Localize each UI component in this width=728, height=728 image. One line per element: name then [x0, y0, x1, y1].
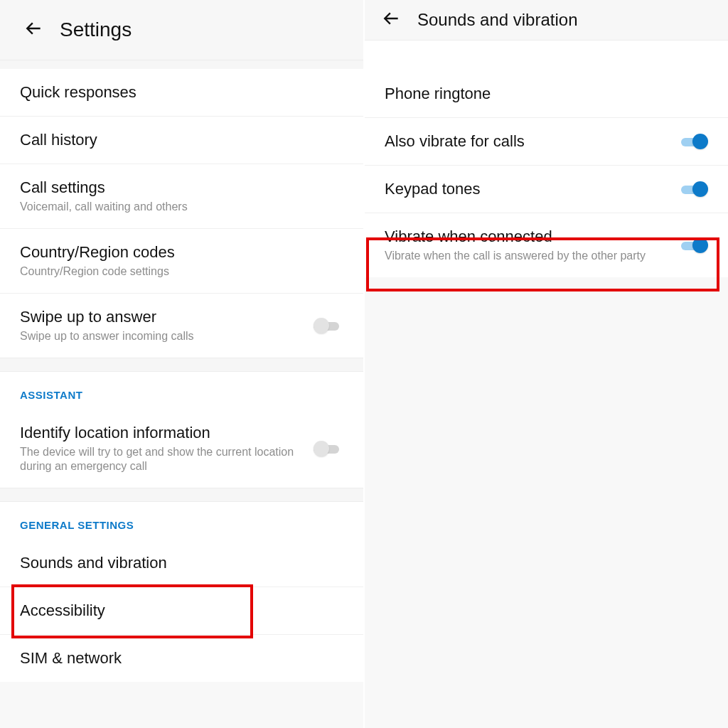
row-keypad-tones[interactable]: Keypad tones: [365, 166, 728, 213]
row-subtext: Swipe up to answer incoming calls: [20, 329, 314, 343]
settings-screen: Settings Quick responses Call history Ca…: [0, 0, 363, 728]
row-subtext: Country/Region code settings: [20, 264, 343, 279]
row-identify-location[interactable]: Identify location information The device…: [0, 410, 363, 488]
page-title: Sounds and vibration: [417, 10, 578, 30]
row-subtext: The device will try to get and show the …: [20, 445, 314, 473]
back-button[interactable]: [382, 10, 402, 30]
toggle-identify-location[interactable]: [314, 441, 343, 456]
row-sounds-vibration[interactable]: Sounds and vibration: [0, 540, 363, 587]
toggle-keypad-tones[interactable]: [678, 181, 708, 197]
arrow-left-icon: [382, 9, 401, 31]
sounds-vibration-screen: Sounds and vibration Phone ringtone Also…: [363, 0, 728, 728]
back-button[interactable]: [24, 20, 44, 40]
row-subtext: Vibrate when the call is answered by the…: [385, 249, 678, 263]
section-assistant: Assistant: [0, 372, 363, 410]
row-country-codes[interactable]: Country/Region codes Country/Region code…: [0, 229, 363, 294]
row-quick-responses[interactable]: Quick responses: [0, 69, 363, 117]
row-sim-network[interactable]: SIM & network: [0, 635, 363, 682]
row-label: SIM & network: [20, 649, 343, 668]
row-call-history[interactable]: Call history: [0, 117, 363, 164]
row-label: Accessibility: [20, 601, 343, 620]
row-label: Identify location information: [20, 424, 314, 442]
row-phone-ringtone[interactable]: Phone ringtone: [365, 70, 728, 118]
row-label: Call history: [20, 131, 343, 149]
row-label: Also vibrate for calls: [385, 132, 678, 151]
row-label: Sounds and vibration: [20, 554, 343, 572]
row-call-settings[interactable]: Call settings Voicemail, call waiting an…: [0, 164, 363, 229]
toggle-vibrate-connected[interactable]: [678, 237, 708, 253]
row-accessibility[interactable]: Accessibility: [0, 587, 363, 635]
section-general: General Settings: [0, 502, 363, 540]
row-label: Vibrate when connected: [385, 228, 678, 246]
row-swipe-up-to-answer[interactable]: Swipe up to answer Swipe up to answer in…: [0, 294, 363, 358]
header-bar: Settings: [0, 0, 363, 60]
header-bar: Sounds and vibration: [365, 0, 728, 41]
row-label: Swipe up to answer: [20, 308, 314, 326]
row-label: Country/Region codes: [20, 243, 343, 262]
toggle-swipe-answer[interactable]: [314, 318, 343, 333]
row-label: Call settings: [20, 178, 343, 197]
row-subtext: Voicemail, call waiting and others: [20, 200, 343, 214]
row-also-vibrate[interactable]: Also vibrate for calls: [365, 118, 728, 166]
toggle-also-vibrate[interactable]: [678, 134, 708, 149]
row-label: Quick responses: [20, 83, 343, 102]
row-vibrate-connected[interactable]: Vibrate when connected Vibrate when the …: [365, 213, 728, 277]
page-title: Settings: [60, 18, 132, 41]
row-label: Keypad tones: [385, 180, 678, 198]
arrow-left-icon: [25, 19, 43, 41]
row-label: Phone ringtone: [385, 85, 708, 103]
